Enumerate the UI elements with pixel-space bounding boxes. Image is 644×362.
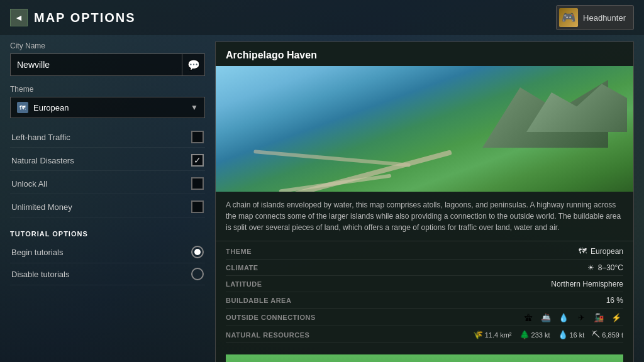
city-name-label: City Name	[10, 41, 205, 50]
stat-natural-key: NATURAL RESOURCES	[226, 331, 326, 339]
radio-disable[interactable]	[191, 268, 204, 280]
ore-value: 6,859 t	[602, 331, 623, 339]
chevron-down-icon: ▼	[191, 103, 198, 112]
water-resource-icon: 💧	[558, 330, 568, 339]
checkbox-um[interactable]	[191, 200, 204, 213]
resource-ore: ⛏ 6,859 t	[592, 330, 623, 339]
option-label-ua: Unlock All	[11, 179, 47, 189]
stat-latitude-val: Northern Hemisphere	[551, 280, 623, 288]
grain-icon: 🌾	[473, 330, 483, 339]
radio-label-begin: Begin tutorials	[11, 248, 63, 257]
forest-value: 233 kt	[531, 331, 550, 339]
natural-resources-row: 🌾 11.4 km² 🌲 233 kt 💧 16 kt ⛏	[473, 330, 623, 339]
city-name-group: City Name 💬	[10, 41, 205, 76]
option-unlock-all: Unlock All	[10, 173, 205, 194]
right-panel: Archipelago Haven A chain of islands env…	[215, 41, 634, 362]
water-connection-icon: 💧	[557, 312, 570, 322]
checkbox-lht[interactable]	[191, 131, 204, 143]
checkmark-icon: ✓	[194, 155, 201, 165]
option-unlimited-money: Unlimited Money	[10, 197, 205, 217]
theme-select[interactable]: 🗺 European ▼	[10, 97, 205, 118]
page-title: MAP OPTIONS	[34, 11, 136, 25]
plane-connection-icon: ✈	[574, 312, 588, 322]
theme-group: Theme 🗺 European ▼	[10, 85, 205, 118]
checkbox-nd[interactable]: ✓	[191, 154, 204, 167]
stat-theme: THEME 🗺 European	[226, 246, 623, 260]
ore-icon: ⛏	[592, 330, 600, 339]
theme-map-icon: 🗺	[579, 246, 587, 256]
radio-begin-tutorials[interactable]: Begin tutorials	[10, 241, 205, 263]
stat-natural: NATURAL RESOURCES 🌾 11.4 km² 🌲 233 kt 💧	[226, 330, 623, 343]
climate-icon: ☀	[587, 263, 594, 272]
stat-theme-val: 🗺 European	[579, 246, 623, 256]
options-list: Left-hand Traffic Natural Disasters ✓ Un…	[10, 127, 205, 217]
resource-water: 💧 16 kt	[558, 330, 585, 339]
train-connection-icon: 🚂	[592, 312, 606, 322]
theme-label: Theme	[10, 85, 205, 94]
start-btn-area: START GAME	[216, 348, 633, 362]
option-natural-disasters: Natural Disasters ✓	[10, 150, 205, 171]
map-stats: THEME 🗺 European CLIMATE ☀ 8–30°C LATITU…	[216, 241, 633, 348]
city-name-input[interactable]	[11, 60, 182, 70]
stat-latitude: LATITUDE Northern Hemisphere	[226, 280, 623, 292]
stat-buildable: BUILDABLE AREA 16 %	[226, 296, 623, 309]
grain-value: 11.4 km²	[485, 331, 512, 339]
stat-theme-key: THEME	[226, 248, 326, 255]
city-name-input-row[interactable]: 💬	[10, 53, 205, 76]
stat-outside-key: OUTSIDE CONNECTIONS	[226, 314, 326, 321]
theme-icon: 🗺	[17, 102, 28, 113]
outside-connections-icons: 🛣 🚢 💧 ✈ 🚂 ⚡	[521, 312, 623, 322]
left-panel: City Name 💬 Theme 🗺 European ▼ Left-hand	[10, 41, 205, 362]
option-left-hand-traffic: Left-hand Traffic	[10, 127, 205, 148]
user-badge: 🎮 Headhunter	[556, 5, 634, 30]
theme-value: European	[33, 103, 186, 112]
map-name: Archipelago Haven	[216, 42, 633, 66]
start-game-button[interactable]: START GAME	[226, 354, 623, 362]
tutorial-section-header: TUTORIAL OPTIONS	[10, 230, 205, 238]
option-label-um: Unlimited Money	[11, 202, 72, 212]
back-button[interactable]: ◄	[10, 9, 28, 26]
map-preview	[216, 66, 633, 192]
option-label-lht: Left-hand Traffic	[11, 133, 70, 142]
resource-grain: 🌾 11.4 km²	[473, 330, 512, 339]
avatar: 🎮	[559, 8, 578, 27]
stat-outside: OUTSIDE CONNECTIONS 🛣 🚢 💧 ✈ 🚂 ⚡	[226, 312, 623, 326]
ship-connection-icon: 🚢	[539, 312, 553, 322]
road-connection-icon: 🛣	[521, 312, 535, 322]
radio-label-disable: Disable tutorials	[11, 270, 70, 279]
map-description: A chain of islands enveloped by water, t…	[216, 192, 633, 241]
radio-disable-tutorials[interactable]: Disable tutorials	[10, 263, 205, 285]
radio-begin[interactable]	[191, 246, 204, 258]
forest-icon: 🌲	[519, 330, 530, 339]
resource-forest: 🌲 233 kt	[519, 330, 550, 339]
stat-latitude-key: LATITUDE	[226, 280, 326, 288]
stat-climate-key: CLIMATE	[226, 264, 326, 272]
stat-buildable-val: 16 %	[606, 296, 623, 305]
user-name: Headhunter	[583, 13, 626, 23]
stat-climate-val: ☀ 8–30°C	[587, 263, 623, 272]
checkbox-ua[interactable]	[191, 177, 204, 190]
stat-climate: CLIMATE ☀ 8–30°C	[226, 263, 623, 276]
back-icon: ◄	[14, 13, 23, 23]
water-value: 16 kt	[570, 331, 585, 339]
power-connection-icon: ⚡	[609, 312, 623, 322]
randomize-name-button[interactable]: 💬	[182, 53, 204, 76]
option-label-nd: Natural Disasters	[11, 156, 74, 165]
stat-buildable-key: BUILDABLE AREA	[226, 297, 326, 304]
tutorial-section: TUTORIAL OPTIONS Begin tutorials Disable…	[10, 226, 205, 285]
radio-inner-begin	[194, 249, 201, 255]
